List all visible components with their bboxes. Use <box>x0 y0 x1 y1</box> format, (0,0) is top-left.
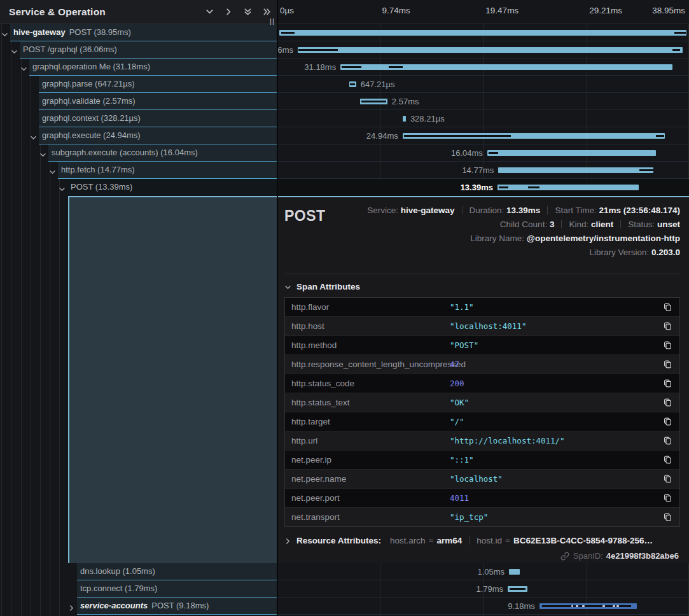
copy-button[interactable] <box>655 417 679 426</box>
copy-button[interactable] <box>655 436 679 445</box>
attribute-key: http.host <box>285 321 450 331</box>
span-name-cell[interactable]: graphql.operation Me (31.18ms) <box>0 59 278 76</box>
copy-button[interactable] <box>655 379 679 388</box>
span-name-cell[interactable]: POST (13.39ms) <box>0 179 278 196</box>
timeline-row[interactable]: 31.18ms <box>278 59 689 76</box>
span-attributes-header[interactable]: Span Attributes <box>284 282 680 291</box>
panel-divider[interactable] <box>277 0 278 616</box>
span-row[interactable]: POST (13.39ms)13.39ms <box>0 179 689 196</box>
timeline-row[interactable]: 16.04ms <box>278 144 689 162</box>
span-bar[interactable] <box>498 185 639 190</box>
overview-line: Library Name: @opentelemetry/instrumenta… <box>326 232 680 246</box>
service-name: service-accounts <box>80 601 148 610</box>
span-name-cell[interactable]: graphql.parse (647.21µs) <box>0 76 278 93</box>
copy-button[interactable] <box>655 360 679 369</box>
span-name-cell[interactable]: POST /graphql (36.06ms) <box>0 41 278 59</box>
span-bar[interactable] <box>509 569 520 575</box>
chevron-down-icon[interactable] <box>20 64 27 71</box>
chevron-down-icon[interactable] <box>49 167 56 174</box>
copy-button[interactable] <box>655 455 679 465</box>
span-bar-mark <box>359 66 361 68</box>
collapse-all-icon[interactable] <box>243 7 253 17</box>
span-bar[interactable] <box>298 47 683 53</box>
attribute-key: http.status_text <box>285 398 450 407</box>
copy-button[interactable] <box>655 474 679 484</box>
span-bar[interactable] <box>487 150 656 156</box>
span-bar[interactable] <box>403 116 406 122</box>
span-detail-panel: POST Service: hive-gatewayDuration: 13.3… <box>277 196 689 563</box>
span-row[interactable]: http.fetch (14.77ms)14.77ms <box>0 162 689 179</box>
attribute-key: http.status_code <box>285 379 450 388</box>
chevron-down-icon[interactable] <box>59 184 66 191</box>
span-name-cell[interactable]: graphql.context (328.21µs) <box>0 110 278 127</box>
timeline-row[interactable]: 2.57ms <box>278 93 689 110</box>
resource-attributes-row[interactable]: Resource Attributes: host.arch=arm64host… <box>284 536 680 545</box>
link-icon[interactable] <box>560 552 569 561</box>
copy-button[interactable] <box>655 340 679 350</box>
attribute-row: http.url"http://localhost:4011/" <box>285 431 679 451</box>
chevron-down-icon[interactable] <box>30 132 37 139</box>
span-bar-mark <box>404 135 511 137</box>
copy-button[interactable] <box>655 493 679 503</box>
span-name-cell[interactable]: graphql.execute (24.94ms) <box>0 127 278 144</box>
timeline-row[interactable]: 1.79ms <box>278 580 689 598</box>
resource-equals: = <box>429 536 434 545</box>
span-row[interactable]: graphql.operation Me (31.18ms)31.18ms <box>0 59 689 76</box>
timeline-row[interactable]: 14.77ms <box>278 162 689 179</box>
timeline-row[interactable]: 24.94ms <box>278 127 689 144</box>
expand-one-icon[interactable] <box>224 7 233 17</box>
timeline-row[interactable]: 1.05ms <box>278 563 689 580</box>
span-bar-mark <box>389 66 403 68</box>
chevron-down-icon[interactable] <box>39 150 46 157</box>
resource-equals: = <box>505 536 510 545</box>
span-name-cell[interactable]: graphql.validate (2.57ms) <box>0 93 278 110</box>
copy-button[interactable] <box>655 302 679 312</box>
span-name-cell[interactable]: tcp.connect (1.79ms) <box>0 580 278 598</box>
span-row[interactable]: subgraph.execute (accounts) (16.04ms)16.… <box>0 144 689 162</box>
ruler-tick-label: 9.74ms <box>382 6 410 15</box>
span-row[interactable]: dns.lookup (1.05ms)1.05ms <box>0 563 689 580</box>
span-row[interactable]: hive-gatewayPOST (38.95ms)38.95ms <box>0 24 689 41</box>
panel-resize-grip[interactable]: || <box>270 17 275 25</box>
timeline-row[interactable]: 36.06ms <box>278 41 689 59</box>
chevron-right-icon[interactable] <box>68 603 75 610</box>
timeline-row[interactable]: 38.95ms <box>278 24 689 41</box>
chevron-down-icon[interactable] <box>11 46 18 53</box>
timeline-row[interactable]: 328.21µs <box>278 110 689 127</box>
attribute-key: http.target <box>285 417 450 426</box>
span-id-row: SpanID: 4e21998f3b82abe6 <box>284 551 680 561</box>
span-name-cell[interactable]: http.fetch (14.77ms) <box>0 162 278 179</box>
span-bar[interactable] <box>279 30 686 36</box>
timeline-row[interactable]: 13.39ms <box>278 179 689 196</box>
overview-value: @opentelemetry/instrumentation-http <box>527 234 680 243</box>
attribute-key: net.peer.port <box>285 493 450 503</box>
span-row[interactable]: tcp.connect (1.79ms)1.79ms <box>0 580 689 598</box>
collapse-one-icon[interactable] <box>205 7 214 17</box>
attribute-row: net.peer.ip"::1" <box>285 451 679 470</box>
timeline-row[interactable]: 647.21µs <box>278 76 689 93</box>
span-duration-label: 328.21µs <box>410 110 445 127</box>
span-name-cell[interactable]: hive-gatewayPOST (38.95ms) <box>0 24 278 41</box>
chevron-down-icon[interactable] <box>1 29 8 36</box>
service-operation-header: Service & Operation || <box>0 0 278 24</box>
copy-button[interactable] <box>655 321 679 331</box>
copy-button[interactable] <box>655 398 679 407</box>
span-bar-mark <box>602 605 605 607</box>
expand-all-icon[interactable] <box>262 7 272 17</box>
span-row[interactable]: graphql.execute (24.94ms)24.94ms <box>0 127 689 144</box>
span-bar[interactable] <box>498 167 653 173</box>
span-name-cell[interactable]: dns.lookup (1.05ms) <box>0 563 278 580</box>
span-row[interactable]: graphql.validate (2.57ms)2.57ms <box>0 93 689 110</box>
span-row[interactable]: POST /graphql (36.06ms)36.06ms <box>0 41 689 59</box>
span-name-label: tcp.connect (1.79ms) <box>77 584 157 593</box>
copy-button[interactable] <box>655 512 679 522</box>
overview-separator <box>561 220 562 228</box>
span-row[interactable]: graphql.context (328.21µs)328.21µs <box>0 110 689 127</box>
operation-name: subgraph.execute (accounts) (16.04ms) <box>52 148 198 157</box>
span-name-cell[interactable]: service-accountsPOST (9.18ms) <box>0 598 278 615</box>
span-row[interactable]: graphql.parse (647.21µs)647.21µs <box>0 76 689 93</box>
span-name-cell[interactable]: subgraph.execute (accounts) (16.04ms) <box>0 144 278 162</box>
span-duration-label: 2.57ms <box>392 93 419 110</box>
timeline-row[interactable]: 9.18ms <box>278 598 689 615</box>
span-row[interactable]: service-accountsPOST (9.18ms)9.18ms <box>0 598 689 615</box>
